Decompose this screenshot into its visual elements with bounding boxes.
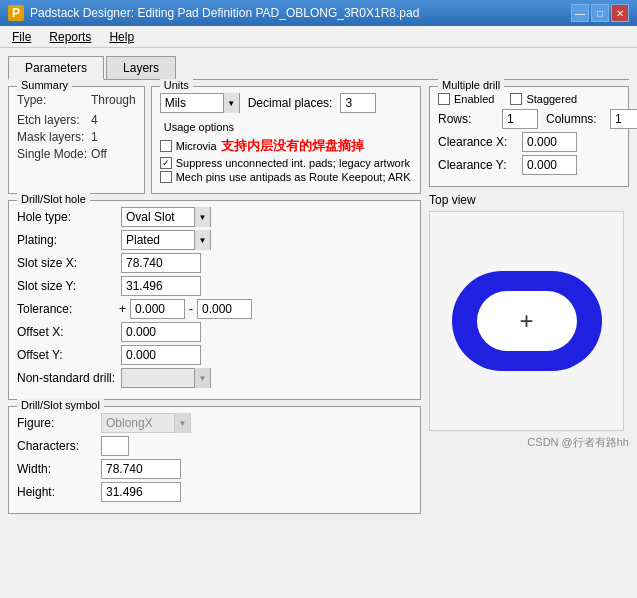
tolerance-pos-input[interactable] <box>130 299 185 319</box>
crosshair-icon: + <box>519 309 533 333</box>
characters-input[interactable] <box>101 436 129 456</box>
app-icon: P <box>8 5 24 21</box>
clearance-x-label: Clearance X: <box>438 135 518 149</box>
microvia-row: Microvia 支持内层没有的焊盘摘掉 <box>160 137 412 155</box>
menu-reports[interactable]: Reports <box>41 28 99 46</box>
plating-combo[interactable]: Plated ▼ <box>121 230 211 250</box>
microvia-label: Microvia <box>176 140 217 152</box>
mech-label: Mech pins use antipads as Route Keepout;… <box>176 171 411 183</box>
pad-inner: + <box>477 291 577 351</box>
slot-x-input[interactable] <box>121 253 201 273</box>
staggered-checkbox[interactable] <box>510 93 522 105</box>
main-content: Parameters Layers Summary Type: Through … <box>0 48 637 522</box>
single-label: Single Mode: <box>17 147 87 161</box>
multiple-drill-group: Multiple drill Enabled Staggered Rows: C… <box>429 86 629 187</box>
suppress-row: Suppress unconnected int. pads; legacy a… <box>160 157 412 169</box>
title-bar: P Padstack Designer: Editing Pad Definit… <box>0 0 637 26</box>
figure-arrow: ▼ <box>174 413 190 433</box>
enabled-checkbox[interactable] <box>438 93 450 105</box>
offset-y-label: Offset Y: <box>17 348 117 362</box>
mech-checkbox[interactable] <box>160 171 172 183</box>
clearance-x-input[interactable] <box>522 132 577 152</box>
microvia-checkbox[interactable] <box>160 140 172 152</box>
mech-row: Mech pins use antipads as Route Keepout;… <box>160 171 412 183</box>
drill-slot-group-label: Drill/Slot hole <box>17 193 90 205</box>
etch-label: Etch layers: <box>17 113 87 127</box>
red-annotation: 支持内层没有的焊盘摘掉 <box>221 137 364 155</box>
pad-outer: + <box>452 271 602 371</box>
characters-label: Characters: <box>17 439 97 453</box>
columns-label: Columns: <box>546 112 606 126</box>
window-controls: — □ ✕ <box>571 4 629 22</box>
plating-label: Plating: <box>17 233 117 247</box>
tab-layers[interactable]: Layers <box>106 56 176 79</box>
clearance-y-label: Clearance Y: <box>438 158 518 172</box>
offset-x-input[interactable] <box>121 322 201 342</box>
hole-type-arrow[interactable]: ▼ <box>194 207 210 227</box>
rows-label: Rows: <box>438 112 498 126</box>
menu-help[interactable]: Help <box>101 28 142 46</box>
height-input[interactable] <box>101 482 181 502</box>
watermark: CSDN @行者有路hh <box>429 435 629 450</box>
units-combo-arrow[interactable]: ▼ <box>223 93 239 113</box>
width-label: Width: <box>17 462 97 476</box>
hole-type-label: Hole type: <box>17 210 117 224</box>
window-title: Padstack Designer: Editing Pad Definitio… <box>30 6 419 20</box>
figure-combo: OblongX ▼ <box>101 413 191 433</box>
figure-label: Figure: <box>17 416 97 430</box>
top-view-section: Top view + <box>429 193 629 431</box>
non-std-arrow: ▼ <box>194 368 210 388</box>
right-panel: Multiple drill Enabled Staggered Rows: C… <box>429 86 629 514</box>
hole-type-combo[interactable]: Oval Slot ▼ <box>121 207 211 227</box>
tab-bar: Parameters Layers <box>8 56 629 80</box>
type-label: Type: <box>17 93 87 107</box>
clearance-y-input[interactable] <box>522 155 577 175</box>
slot-x-label: Slot size X: <box>17 256 117 270</box>
slot-y-label: Slot size Y: <box>17 279 117 293</box>
menu-bar: File Reports Help <box>0 26 637 48</box>
mask-label: Mask layers: <box>17 130 87 144</box>
tolerance-label: Tolerance: <box>17 302 117 316</box>
tab-parameters[interactable]: Parameters <box>8 56 104 80</box>
decimal-label: Decimal places: <box>248 96 333 110</box>
tolerance-plus: + <box>119 302 126 316</box>
tolerance-minus: - <box>189 302 193 316</box>
suppress-checkbox[interactable] <box>160 157 172 169</box>
type-value: Through <box>91 93 136 107</box>
mask-value: 1 <box>91 130 98 144</box>
offset-x-label: Offset X: <box>17 325 117 339</box>
non-std-combo: ▼ <box>121 368 211 388</box>
close-button[interactable]: ✕ <box>611 4 629 22</box>
plating-arrow[interactable]: ▼ <box>194 230 210 250</box>
top-view-box: + <box>429 211 624 431</box>
slot-y-input[interactable] <box>121 276 201 296</box>
single-value: Off <box>91 147 107 161</box>
drill-symbol-group: Drill/Slot symbol Figure: OblongX ▼ Char… <box>8 406 421 514</box>
summary-group-label: Summary <box>17 79 72 91</box>
drill-slot-group: Drill/Slot hole Hole type: Oval Slot ▼ P… <box>8 200 421 400</box>
height-label: Height: <box>17 485 97 499</box>
pad-visual: + <box>452 266 602 376</box>
units-combo[interactable]: Mils ▼ <box>160 93 240 113</box>
rows-input[interactable] <box>502 109 538 129</box>
maximize-button[interactable]: □ <box>591 4 609 22</box>
drill-symbol-group-label: Drill/Slot symbol <box>17 399 104 411</box>
suppress-label: Suppress unconnected int. pads; legacy a… <box>176 157 410 169</box>
columns-input[interactable] <box>610 109 637 129</box>
staggered-label: Staggered <box>526 93 577 105</box>
offset-y-input[interactable] <box>121 345 201 365</box>
enabled-label: Enabled <box>454 93 494 105</box>
non-std-label: Non-standard drill: <box>17 371 117 385</box>
top-view-label: Top view <box>429 193 629 207</box>
minimize-button[interactable]: — <box>571 4 589 22</box>
decimal-input[interactable] <box>340 93 376 113</box>
units-group-label: Units <box>160 79 193 91</box>
width-input[interactable] <box>101 459 181 479</box>
tolerance-neg-input[interactable] <box>197 299 252 319</box>
multiple-drill-label: Multiple drill <box>438 79 504 91</box>
usage-group-label: Usage options <box>160 121 412 133</box>
figure-value: OblongX <box>102 416 174 430</box>
etch-value: 4 <box>91 113 98 127</box>
menu-file[interactable]: File <box>4 28 39 46</box>
